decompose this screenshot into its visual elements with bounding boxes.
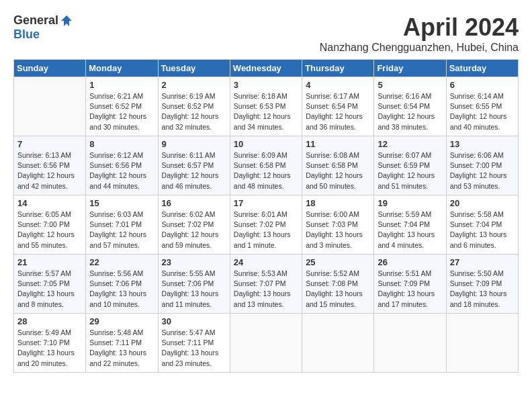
cell-info: Sunrise: 5:53 AMSunset: 7:07 PMDaylight:…: [234, 269, 298, 310]
day-number: 30: [162, 316, 226, 326]
cell-info: Sunrise: 5:51 AMSunset: 7:09 PMDaylight:…: [378, 269, 442, 310]
calendar-cell: 4Sunrise: 6:17 AMSunset: 6:54 PMDaylight…: [302, 77, 374, 136]
calendar-cell: 17Sunrise: 6:01 AMSunset: 7:02 PMDayligh…: [230, 195, 302, 255]
logo-icon: [60, 14, 73, 28]
calendar-header-row: SundayMondayTuesdayWednesdayThursdayFrid…: [14, 60, 519, 77]
cell-info: Sunrise: 6:13 AMSunset: 6:56 PMDaylight:…: [17, 150, 82, 191]
day-number: 28: [17, 316, 82, 326]
calendar-cell: 21Sunrise: 5:57 AMSunset: 7:05 PMDayligh…: [14, 255, 86, 314]
day-number: 2: [162, 80, 226, 90]
page-header: General Blue April 2024 Nanzhang Chenggu…: [13, 13, 519, 54]
weekday-header: Friday: [374, 60, 446, 77]
day-number: 19: [378, 198, 442, 208]
calendar-cell: 12Sunrise: 6:07 AMSunset: 6:59 PMDayligh…: [374, 136, 446, 195]
day-number: 15: [89, 198, 154, 208]
weekday-header: Wednesday: [230, 60, 302, 77]
cell-info: Sunrise: 5:55 AMSunset: 7:06 PMDaylight:…: [162, 269, 226, 310]
cell-info: Sunrise: 6:02 AMSunset: 7:02 PMDaylight:…: [162, 210, 226, 250]
logo: General Blue: [13, 13, 73, 42]
day-number: 23: [162, 257, 226, 267]
calendar-cell: 14Sunrise: 6:05 AMSunset: 7:00 PMDayligh…: [14, 195, 86, 255]
cell-info: Sunrise: 6:01 AMSunset: 7:02 PMDaylight:…: [234, 210, 298, 250]
location-title: Nanzhang Chengguanzhen, Hubei, China: [320, 42, 519, 54]
weekday-header: Sunday: [14, 60, 86, 77]
month-title: April 2024: [320, 13, 519, 42]
day-number: 14: [17, 198, 82, 208]
cell-info: Sunrise: 6:18 AMSunset: 6:53 PMDaylight:…: [234, 91, 298, 132]
calendar-table: SundayMondayTuesdayWednesdayThursdayFrid…: [13, 59, 519, 373]
cell-info: Sunrise: 6:07 AMSunset: 6:59 PMDaylight:…: [378, 150, 442, 191]
calendar-cell: [14, 77, 86, 136]
day-number: 7: [17, 139, 82, 149]
day-number: 22: [89, 257, 154, 267]
cell-info: Sunrise: 5:49 AMSunset: 7:10 PMDaylight:…: [17, 328, 82, 369]
cell-info: Sunrise: 6:21 AMSunset: 6:52 PMDaylight:…: [89, 91, 154, 132]
cell-info: Sunrise: 5:50 AMSunset: 7:09 PMDaylight:…: [450, 269, 515, 310]
day-number: 8: [89, 139, 154, 149]
cell-info: Sunrise: 5:59 AMSunset: 7:04 PMDaylight:…: [378, 210, 442, 250]
weekday-header: Thursday: [302, 60, 374, 77]
calendar-cell: 22Sunrise: 5:56 AMSunset: 7:06 PMDayligh…: [86, 255, 158, 314]
calendar-cell: [446, 314, 518, 373]
weekday-header: Monday: [86, 60, 158, 77]
weekday-header: Saturday: [446, 60, 518, 77]
day-number: 4: [306, 80, 370, 90]
calendar-cell: [374, 314, 446, 373]
day-number: 25: [306, 257, 370, 267]
cell-info: Sunrise: 5:57 AMSunset: 7:05 PMDaylight:…: [17, 269, 82, 310]
day-number: 6: [450, 80, 515, 90]
calendar-cell: 11Sunrise: 6:08 AMSunset: 6:58 PMDayligh…: [302, 136, 374, 195]
calendar-cell: 19Sunrise: 5:59 AMSunset: 7:04 PMDayligh…: [374, 195, 446, 255]
day-number: 1: [89, 80, 154, 90]
calendar-cell: 23Sunrise: 5:55 AMSunset: 7:06 PMDayligh…: [158, 255, 230, 314]
cell-info: Sunrise: 6:06 AMSunset: 7:00 PMDaylight:…: [450, 150, 515, 191]
calendar-cell: 7Sunrise: 6:13 AMSunset: 6:56 PMDaylight…: [14, 136, 86, 195]
logo-general-text: General: [13, 13, 58, 28]
cell-info: Sunrise: 6:11 AMSunset: 6:57 PMDaylight:…: [162, 150, 226, 191]
weekday-header: Tuesday: [158, 60, 230, 77]
calendar-cell: 6Sunrise: 6:14 AMSunset: 6:55 PMDaylight…: [446, 77, 518, 136]
day-number: 29: [89, 316, 154, 326]
calendar-cell: 26Sunrise: 5:51 AMSunset: 7:09 PMDayligh…: [374, 255, 446, 314]
cell-info: Sunrise: 6:00 AMSunset: 7:03 PMDaylight:…: [306, 210, 370, 250]
cell-info: Sunrise: 5:52 AMSunset: 7:08 PMDaylight:…: [306, 269, 370, 310]
cell-info: Sunrise: 6:09 AMSunset: 6:58 PMDaylight:…: [234, 150, 298, 191]
day-number: 3: [234, 80, 298, 90]
calendar-cell: 20Sunrise: 5:58 AMSunset: 7:04 PMDayligh…: [446, 195, 518, 255]
cell-info: Sunrise: 6:05 AMSunset: 7:00 PMDaylight:…: [17, 210, 82, 250]
cell-info: Sunrise: 5:48 AMSunset: 7:11 PMDaylight:…: [89, 328, 154, 369]
day-number: 10: [234, 139, 298, 149]
day-number: 12: [378, 139, 442, 149]
calendar-week-row: 14Sunrise: 6:05 AMSunset: 7:00 PMDayligh…: [14, 195, 519, 255]
cell-info: Sunrise: 5:58 AMSunset: 7:04 PMDaylight:…: [450, 210, 515, 250]
cell-info: Sunrise: 5:47 AMSunset: 7:11 PMDaylight:…: [162, 328, 226, 369]
calendar-cell: 16Sunrise: 6:02 AMSunset: 7:02 PMDayligh…: [158, 195, 230, 255]
calendar-cell: 25Sunrise: 5:52 AMSunset: 7:08 PMDayligh…: [302, 255, 374, 314]
cell-info: Sunrise: 6:08 AMSunset: 6:58 PMDaylight:…: [306, 150, 370, 191]
calendar-cell: 10Sunrise: 6:09 AMSunset: 6:58 PMDayligh…: [230, 136, 302, 195]
cell-info: Sunrise: 6:17 AMSunset: 6:54 PMDaylight:…: [306, 91, 370, 132]
calendar-week-row: 28Sunrise: 5:49 AMSunset: 7:10 PMDayligh…: [14, 314, 519, 373]
calendar-cell: 1Sunrise: 6:21 AMSunset: 6:52 PMDaylight…: [86, 77, 158, 136]
calendar-cell: 24Sunrise: 5:53 AMSunset: 7:07 PMDayligh…: [230, 255, 302, 314]
cell-info: Sunrise: 6:03 AMSunset: 7:01 PMDaylight:…: [89, 210, 154, 250]
calendar-cell: [230, 314, 302, 373]
cell-info: Sunrise: 5:56 AMSunset: 7:06 PMDaylight:…: [89, 269, 154, 310]
calendar-week-row: 21Sunrise: 5:57 AMSunset: 7:05 PMDayligh…: [14, 255, 519, 314]
calendar-cell: 2Sunrise: 6:19 AMSunset: 6:52 PMDaylight…: [158, 77, 230, 136]
day-number: 17: [234, 198, 298, 208]
cell-info: Sunrise: 6:19 AMSunset: 6:52 PMDaylight:…: [162, 91, 226, 132]
day-number: 11: [306, 139, 370, 149]
calendar-cell: 15Sunrise: 6:03 AMSunset: 7:01 PMDayligh…: [86, 195, 158, 255]
calendar-cell: 9Sunrise: 6:11 AMSunset: 6:57 PMDaylight…: [158, 136, 230, 195]
day-number: 21: [17, 257, 82, 267]
calendar-cell: 28Sunrise: 5:49 AMSunset: 7:10 PMDayligh…: [14, 314, 86, 373]
day-number: 13: [450, 139, 515, 149]
day-number: 24: [234, 257, 298, 267]
day-number: 20: [450, 198, 515, 208]
calendar-cell: 3Sunrise: 6:18 AMSunset: 6:53 PMDaylight…: [230, 77, 302, 136]
calendar-cell: [302, 314, 374, 373]
day-number: 26: [378, 257, 442, 267]
calendar-cell: 18Sunrise: 6:00 AMSunset: 7:03 PMDayligh…: [302, 195, 374, 255]
day-number: 18: [306, 198, 370, 208]
